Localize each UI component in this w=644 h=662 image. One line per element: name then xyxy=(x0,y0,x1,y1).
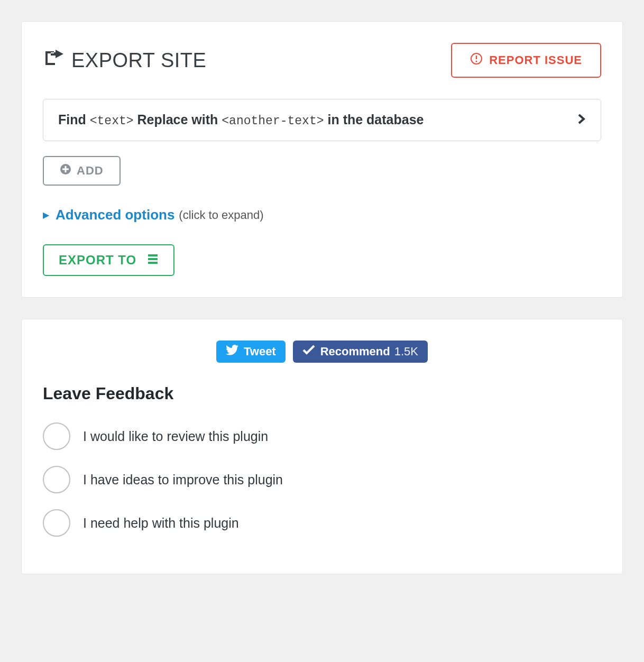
find-replace-text: Find <text> Replace with <another-text> … xyxy=(58,112,424,128)
export-to-label: EXPORT TO xyxy=(59,253,136,268)
page-title-text: EXPORT SITE xyxy=(71,49,206,72)
feedback-card: Tweet Recommend 1.5K Leave Feedback I wo… xyxy=(21,319,623,574)
export-card: EXPORT SITE REPORT ISSUE Find <text> Rep… xyxy=(21,21,623,298)
replace-label: Replace with xyxy=(137,112,218,127)
recommend-button[interactable]: Recommend 1.5K xyxy=(293,341,428,363)
tweet-button[interactable]: Tweet xyxy=(216,341,286,363)
advanced-options-hint: (click to expand) xyxy=(179,208,263,222)
recommend-count: 1.5K xyxy=(394,345,418,358)
replace-placeholder: <another-text> xyxy=(222,114,324,128)
twitter-icon xyxy=(226,345,244,358)
feedback-option-review[interactable]: I would like to review this plugin xyxy=(43,422,601,450)
advanced-options-link: Advanced options xyxy=(56,207,174,223)
page-title: EXPORT SITE xyxy=(43,49,206,72)
recommend-label: Recommend xyxy=(320,345,390,358)
find-label: Find xyxy=(58,112,86,127)
radio-input[interactable] xyxy=(43,509,70,537)
add-button[interactable]: ADD xyxy=(43,156,121,186)
radio-input[interactable] xyxy=(43,466,70,493)
radio-input[interactable] xyxy=(43,422,70,450)
menu-icon xyxy=(136,253,159,268)
find-replace-row[interactable]: Find <text> Replace with <another-text> … xyxy=(43,99,601,141)
check-icon xyxy=(302,345,320,358)
report-issue-button[interactable]: REPORT ISSUE xyxy=(451,43,601,78)
plus-circle-icon xyxy=(60,163,77,178)
find-placeholder: <text> xyxy=(90,114,134,128)
export-icon xyxy=(43,49,71,72)
chevron-right-icon xyxy=(577,113,586,127)
export-header: EXPORT SITE REPORT ISSUE xyxy=(43,43,601,78)
add-label: ADD xyxy=(77,164,104,178)
export-to-button[interactable]: EXPORT TO xyxy=(43,244,174,276)
alert-icon xyxy=(470,52,489,68)
feedback-option-help[interactable]: I need help with this plugin xyxy=(43,509,601,537)
feedback-title: Leave Feedback xyxy=(43,384,601,403)
svg-point-2 xyxy=(476,61,477,62)
feedback-label: I have ideas to improve this plugin xyxy=(83,472,283,488)
caret-right-icon: ▶ xyxy=(43,210,49,220)
social-row: Tweet Recommend 1.5K xyxy=(43,341,601,363)
replace-suffix: in the database xyxy=(327,112,424,127)
feedback-label: I need help with this plugin xyxy=(83,516,239,531)
feedback-label: I would like to review this plugin xyxy=(83,429,268,444)
tweet-label: Tweet xyxy=(244,345,276,358)
advanced-options-toggle[interactable]: ▶ Advanced options (click to expand) xyxy=(43,207,601,223)
feedback-option-ideas[interactable]: I have ideas to improve this plugin xyxy=(43,466,601,493)
report-issue-label: REPORT ISSUE xyxy=(489,53,582,67)
